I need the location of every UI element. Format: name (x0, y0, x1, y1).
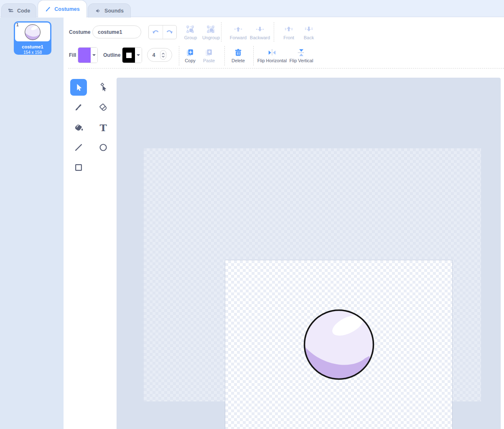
copy-label: Copy (185, 58, 196, 63)
front-button[interactable]: Front (280, 24, 298, 40)
forward-label: Forward (230, 35, 247, 40)
paste-icon (204, 47, 214, 57)
paint-canvas[interactable] (117, 78, 501, 429)
back-icon (304, 24, 313, 34)
front-icon (284, 24, 293, 34)
ungroup-button[interactable]: Ungroup (200, 24, 222, 40)
stroke-width-stepper[interactable] (160, 50, 166, 60)
tab-costumes[interactable]: Costumes (38, 0, 87, 18)
redo-icon (166, 28, 173, 36)
editor-tab-bar: Code Costumes Sounds (0, 0, 504, 17)
toolbar-divider (274, 22, 274, 42)
copy-icon (186, 47, 195, 57)
redo-button[interactable] (163, 25, 177, 39)
flip-horizontal-button[interactable]: Flip Horizontal (255, 47, 290, 63)
stepper-up-icon (161, 53, 165, 55)
ungroup-icon (206, 24, 216, 34)
tool-brush[interactable] (70, 99, 87, 116)
costume-dimensions: 154 x 158 (14, 50, 51, 55)
chevron-down-icon (92, 54, 96, 56)
toolbar-divider (221, 22, 221, 42)
back-button[interactable]: Back (300, 24, 318, 40)
canvas-work-area[interactable] (144, 148, 481, 401)
outline-label: Outline (103, 52, 120, 58)
tool-eraser[interactable] (95, 99, 112, 116)
outline-dropdown (135, 48, 142, 63)
brush-icon (74, 103, 83, 112)
toolbar-bottom-divider (68, 68, 504, 69)
costume-thumbnail (15, 23, 50, 41)
group-label: Group (184, 35, 197, 40)
reshape-icon (99, 83, 108, 92)
cursor-arrow-icon (74, 83, 83, 92)
text-tool-icon: T (99, 123, 107, 132)
speaker-icon (95, 8, 102, 14)
toolbar-divider (224, 46, 225, 66)
tab-costumes-label: Costumes (54, 6, 79, 12)
ball-image (301, 307, 377, 382)
fill-label: Fill (69, 52, 76, 58)
tab-code-label: Code (17, 8, 30, 14)
code-blocks-icon (8, 8, 14, 14)
forward-icon (234, 24, 243, 34)
flip-vertical-icon (297, 47, 306, 57)
tool-select[interactable] (70, 79, 87, 96)
backward-label: Backward (250, 35, 270, 40)
paste-label: Paste (203, 58, 215, 63)
flip-horizontal-label: Flip Horizontal (257, 58, 287, 63)
fill-dropdown (91, 48, 97, 63)
tool-fill[interactable] (70, 119, 87, 136)
tool-text[interactable]: T (95, 119, 112, 136)
back-label: Back (304, 35, 314, 40)
eraser-icon (99, 103, 108, 112)
tab-code[interactable]: Code (1, 3, 36, 18)
paste-button[interactable]: Paste (200, 47, 218, 63)
costume-name-input[interactable] (92, 25, 141, 38)
forward-button[interactable]: Forward (227, 24, 249, 40)
group-icon (186, 24, 195, 34)
tab-sounds[interactable]: Sounds (88, 3, 131, 18)
tool-rectangle[interactable] (70, 159, 87, 176)
stroke-width-input[interactable] (148, 52, 160, 58)
undo-icon (152, 28, 159, 36)
outline-color-picker[interactable] (122, 47, 142, 63)
fill-color-swatch (78, 48, 91, 63)
tool-reshape[interactable] (95, 79, 112, 96)
ball-drawing[interactable] (301, 307, 377, 384)
undo-redo-group (148, 25, 177, 39)
tool-circle[interactable] (95, 139, 112, 156)
stroke-width-control (147, 48, 172, 62)
costume-name: costume1 (14, 44, 51, 49)
tool-line[interactable] (70, 139, 87, 156)
line-icon (74, 143, 83, 152)
delete-button[interactable]: Delete (228, 47, 248, 63)
paintbrush-icon (45, 6, 51, 13)
costume-field-label: Costume (69, 29, 90, 35)
ball-thumbnail-image (24, 24, 41, 41)
flip-vertical-button[interactable]: Flip Vertical (288, 47, 315, 63)
rectangle-icon (74, 163, 83, 172)
outline-color-swatch (122, 48, 135, 63)
stepper-down-icon (161, 56, 165, 58)
ungroup-label: Ungroup (202, 35, 220, 40)
tab-sounds-label: Sounds (104, 8, 124, 14)
costume-index: 1 (16, 23, 19, 27)
front-label: Front (283, 35, 294, 40)
chevron-down-icon (137, 54, 140, 56)
fill-color-picker[interactable] (78, 47, 98, 63)
toolbar-divider (253, 46, 254, 66)
flip-horizontal-icon (267, 47, 277, 57)
paint-bucket-icon (74, 123, 84, 132)
group-button[interactable]: Group (181, 24, 200, 40)
flip-vertical-label: Flip Vertical (290, 58, 313, 63)
backward-icon (255, 24, 265, 34)
copy-button[interactable]: Copy (181, 47, 199, 63)
backward-button[interactable]: Backward (248, 24, 272, 40)
delete-label: Delete (232, 58, 245, 63)
toolbar-divider (179, 46, 179, 66)
trash-icon (234, 47, 243, 57)
circle-icon (99, 143, 108, 152)
undo-button[interactable] (149, 25, 163, 39)
costume-list-panel: 1 costume1 154 x 158 (0, 18, 64, 429)
costume-list-item-selected[interactable]: 1 costume1 154 x 158 (14, 21, 51, 55)
